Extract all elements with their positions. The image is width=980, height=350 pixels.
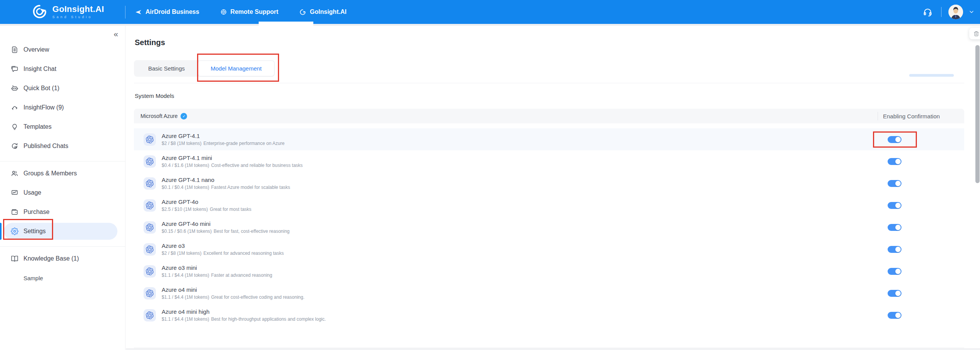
- settings-tabs: Basic Settings Model Management: [134, 60, 275, 77]
- header-right-divider: [941, 7, 942, 17]
- model-description: $2 / $8 (1M tokens)Excellent for advance…: [162, 251, 284, 256]
- top-header: GoInsight.AI Sand Studio AirDroid Busine…: [0, 0, 980, 24]
- openai-icon: [144, 309, 156, 321]
- nav-goinsight-ai[interactable]: GoInsight.AI: [299, 8, 346, 16]
- model-description: $0.15 / $0.6 (1M tokens)Best for fast, c…: [162, 229, 289, 234]
- active-item-edge: [0, 223, 2, 240]
- sidebar-item-insight-chat[interactable]: Insight Chat: [0, 59, 125, 79]
- trash-button[interactable]: [969, 28, 980, 39]
- gear-icon: [11, 227, 18, 235]
- model-row-azure-gpt-4o[interactable]: Azure GPT-4o $2.5 / $10 (1M tokens)Great…: [134, 194, 964, 216]
- brand-name: GoInsight.AI: [52, 5, 104, 14]
- user-avatar[interactable]: [948, 5, 963, 19]
- sidebar-item-overview[interactable]: Overview: [0, 40, 125, 59]
- trash-icon: [973, 31, 979, 37]
- tabs-underline: [134, 83, 964, 83]
- model-name: Azure o4 mini: [162, 286, 304, 293]
- openai-icon: [144, 221, 156, 234]
- model-toggle[interactable]: [888, 246, 901, 253]
- column-divider: [878, 112, 878, 120]
- content-bottom-edge: [126, 348, 980, 350]
- active-item-pill: [4, 223, 117, 240]
- chat-icon: [11, 65, 18, 73]
- openai-icon: [144, 243, 156, 256]
- header-shadow-strip: [0, 24, 980, 26]
- brand-logo[interactable]: GoInsight.AI Sand Studio: [31, 3, 104, 20]
- page-title: Settings: [135, 38, 980, 47]
- chevron-down-icon[interactable]: [968, 9, 975, 15]
- model-description: $0.1 / $0.4 (1M tokens)Fastest Azure mod…: [162, 185, 290, 190]
- model-toggle[interactable]: [888, 180, 901, 187]
- goinsight-icon: [299, 8, 306, 16]
- sidebar-item-sample[interactable]: Sample: [0, 268, 125, 288]
- sidebar-item-purchase[interactable]: Purchase: [0, 202, 125, 222]
- lightbulb-icon: [11, 123, 18, 131]
- model-name: Azure GPT-4.1 mini: [162, 155, 303, 162]
- document-icon: [11, 46, 18, 54]
- main-content: Settings Basic Settings Model Management…: [126, 26, 980, 350]
- verified-badge-icon: ✓: [181, 113, 187, 119]
- model-toggle[interactable]: [888, 268, 901, 275]
- sidebar-item-settings[interactable]: Settings: [0, 222, 125, 241]
- openai-icon: [144, 287, 156, 300]
- model-row-azure-o4-mini[interactable]: Azure o4 mini $1.1 / $4.4 (1M tokens)Gre…: [134, 282, 964, 304]
- openai-icon: [144, 199, 156, 212]
- model-toggle[interactable]: [888, 290, 901, 297]
- lifebuoy-icon: [220, 8, 227, 15]
- sidebar-item-published-chats[interactable]: Published Chats: [0, 136, 125, 156]
- model-row-azure-gpt-4-1[interactable]: Azure GPT-4.1 $2 / $8 (1M tokens)Enterpr…: [134, 128, 964, 150]
- model-description: $2.5 / $10 (1M tokens)Great for most tas…: [162, 207, 251, 212]
- model-row-azure-o4-mini-high[interactable]: Azure o4 mini high $1.1 / $4.4 (1M token…: [134, 304, 964, 326]
- brand-subtitle: Sand Studio: [52, 15, 104, 19]
- nav-remote-support[interactable]: Remote Support: [220, 8, 278, 15]
- sidebar-item-templates[interactable]: Templates: [0, 117, 125, 136]
- sidebar-item-usage[interactable]: Usage: [0, 183, 125, 202]
- model-toggle[interactable]: [888, 224, 901, 231]
- model-name: Azure GPT-4.1 nano: [162, 177, 290, 183]
- model-toggle[interactable]: [888, 202, 901, 209]
- model-row-azure-gpt-4-1-nano[interactable]: Azure GPT-4.1 nano $0.1 / $0.4 (1M token…: [134, 172, 964, 194]
- model-name: Azure GPT-4o: [162, 199, 251, 205]
- model-description: $1.1 / $4.4 (1M tokens)Faster at advance…: [162, 273, 272, 278]
- wallet-icon: [11, 208, 18, 216]
- sidebar-item-groups-members[interactable]: Groups & Members: [0, 164, 125, 183]
- loading-bar: [909, 74, 954, 77]
- nav-airdroid-business[interactable]: AirDroid Business: [135, 8, 199, 16]
- model-row-azure-gpt-4-1-mini[interactable]: Azure GPT-4.1 mini $0.4 / $1.6 (1M token…: [134, 150, 964, 172]
- openai-icon: [144, 265, 156, 278]
- system-models-label: System Models: [135, 93, 980, 99]
- model-row-azure-o3[interactable]: Azure o3 $2 / $8 (1M tokens)Excellent fo…: [134, 238, 964, 260]
- sidebar-item-insightflow[interactable]: InsightFlow (9): [0, 98, 125, 117]
- model-description: $1.1 / $4.4 (1M tokens)Great for cost-ef…: [162, 294, 304, 300]
- model-name: Azure o4 mini high: [162, 308, 326, 315]
- enabling-confirmation-header: Enabling Confirmation: [883, 109, 940, 123]
- vertical-scrollbar[interactable]: [975, 45, 980, 183]
- tab-basic-settings[interactable]: Basic Settings: [135, 61, 198, 76]
- goinsight-logo-icon: [31, 3, 48, 20]
- flow-icon: [11, 104, 18, 111]
- chart-icon: [11, 189, 18, 197]
- provider-name: Microsoft Azure: [140, 113, 177, 119]
- openai-icon: [144, 133, 156, 146]
- sidebar-divider: [0, 161, 125, 162]
- model-toggle[interactable]: [888, 136, 901, 143]
- sidebar-item-knowledge-base[interactable]: Knowledge Base (1): [0, 249, 125, 268]
- model-name: Azure o3: [162, 242, 284, 249]
- collapse-sidebar-button[interactable]: «: [114, 30, 118, 38]
- sidebar-item-quick-bot[interactable]: Quick Bot (1): [0, 79, 125, 98]
- model-toggle[interactable]: [888, 312, 901, 319]
- table-body: Azure GPT-4.1 $2 / $8 (1M tokens)Enterpr…: [134, 123, 964, 326]
- app-window: GoInsight.AI Sand Studio AirDroid Busine…: [0, 0, 980, 350]
- people-icon: [11, 170, 18, 177]
- sidebar-divider: [0, 246, 125, 247]
- model-toggle[interactable]: [888, 158, 901, 165]
- openai-icon: [144, 155, 156, 168]
- models-table: Microsoft Azure ✓ Enabling Confirmation …: [134, 109, 964, 348]
- paper-plane-icon: [135, 8, 142, 16]
- active-nav-underline: [259, 22, 313, 28]
- model-row-azure-gpt-4o-mini[interactable]: Azure GPT-4o mini $0.15 / $0.6 (1M token…: [134, 216, 964, 238]
- model-row-azure-o3-mini[interactable]: Azure o3 mini $1.1 / $4.4 (1M tokens)Fas…: [134, 260, 964, 282]
- book-icon: [11, 255, 18, 262]
- tab-model-management[interactable]: Model Management: [198, 61, 274, 76]
- headset-support-icon[interactable]: [923, 7, 933, 17]
